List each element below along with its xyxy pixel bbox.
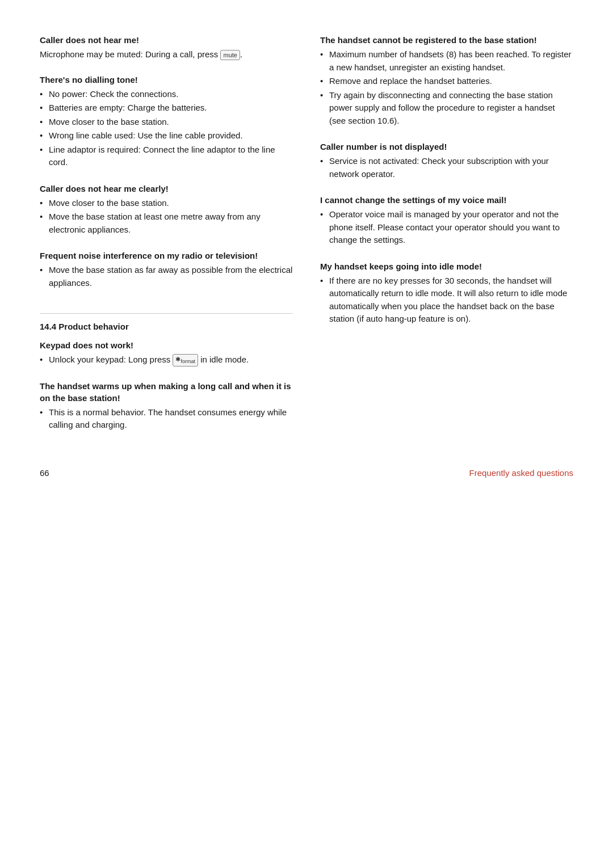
bullet-list-handset-warms-up: This is a normal behavior. The handset c…	[40, 406, 293, 432]
section-title-cannot-change-voicemail: I cannot change the settings of my voice…	[320, 194, 573, 206]
keypad-text-after: in idle mode.	[198, 355, 249, 364]
bullet-list-cannot-change-voicemail: Operator voice mail is managed by your o…	[320, 208, 573, 247]
right-column: The handset cannot be registered to the …	[320, 34, 573, 445]
bullet-list-caller-not-clearly: Move closer to the base station. Move th…	[40, 197, 293, 237]
bullet-list-noise-interference: Move the base station as far away as pos…	[40, 264, 293, 289]
section-title-handset-not-registered: The handset cannot be registered to the …	[320, 34, 573, 46]
section-noise-interference: Frequent noise interference on my radio …	[40, 250, 293, 290]
section-keypad-not-work: Keypad does not work! Unlock your keypad…	[40, 339, 293, 368]
list-item: If there are no key presses for 30 secon…	[320, 275, 573, 326]
mute-key-badge: mute	[220, 50, 240, 61]
list-item: Move closer to the base station.	[40, 116, 293, 129]
section-title-caller-no-hear: Caller does not hear me!	[40, 34, 293, 46]
section-handset-warms-up: The handset warms up when making a long …	[40, 380, 293, 433]
list-item: Move the base station at least one metre…	[40, 210, 293, 236]
section-title-caller-number-not-displayed: Caller number is not displayed!	[320, 141, 573, 153]
list-item: Unlock your keypad: Long press ✱format i…	[40, 353, 293, 366]
section-title-noise-interference: Frequent noise interference on my radio …	[40, 250, 293, 262]
section-caller-number-not-displayed: Caller number is not displayed! Service …	[320, 141, 573, 182]
bullet-list-keypad-not-work: Unlock your keypad: Long press ✱format i…	[40, 353, 293, 366]
list-item: Move the base station as far away as pos…	[40, 264, 293, 289]
section-divider	[40, 313, 293, 314]
format-key-badge: ✱format	[173, 354, 198, 366]
page-footer: 66 Frequently asked questions	[40, 468, 573, 478]
keypad-text-before: Unlock your keypad: Long press	[49, 355, 173, 364]
bullet-list-caller-number-not-displayed: Service is not activated: Check your sub…	[320, 155, 573, 180]
body-text: Microphone may be muted: During a call, …	[40, 49, 220, 59]
list-item: Move closer to the base station.	[40, 197, 293, 210]
section-title-handset-idle-mode: My handset keeps going into idle mode!	[320, 260, 573, 272]
section-no-dialling-tone: There's no dialling tone! No power: Chec…	[40, 74, 293, 170]
bullet-list-handset-not-registered: Maximum number of handsets (8) has been …	[320, 48, 573, 127]
list-item: Remove and replace the handset batteries…	[320, 75, 573, 88]
section-title-no-dialling-tone: There's no dialling tone!	[40, 74, 293, 86]
section-handset-idle-mode: My handset keeps going into idle mode! I…	[320, 260, 573, 327]
section-handset-not-registered: The handset cannot be registered to the …	[320, 34, 573, 128]
bullet-list-handset-idle-mode: If there are no key presses for 30 secon…	[320, 275, 573, 326]
two-column-layout: Caller does not hear me! Microphone may …	[40, 34, 573, 445]
list-item: Line adaptor is required: Connect the li…	[40, 144, 293, 169]
body-text-end: .	[240, 49, 242, 59]
list-item: Wrong line cable used: Use the line cabl…	[40, 129, 293, 142]
list-item: Operator voice mail is managed by your o…	[320, 208, 573, 247]
section-body-caller-no-hear: Microphone may be muted: During a call, …	[40, 48, 293, 61]
page-number: 66	[40, 468, 49, 478]
list-item: Batteries are empty: Charge the batterie…	[40, 102, 293, 115]
section-title-caller-not-clearly: Caller does not hear me clearly!	[40, 183, 293, 195]
section-caller-not-clearly: Caller does not hear me clearly! Move cl…	[40, 183, 293, 238]
list-item: No power: Check the connections.	[40, 88, 293, 101]
page-layout: Caller does not hear me! Microphone may …	[40, 34, 573, 478]
section-number-product-behavior: 14.4 Product behavior	[40, 322, 293, 331]
list-item: Service is not activated: Check your sub…	[320, 155, 573, 180]
section-title-keypad-not-work: Keypad does not work!	[40, 339, 293, 351]
section-cannot-change-voicemail: I cannot change the settings of my voice…	[320, 194, 573, 248]
list-item: This is a normal behavior. The handset c…	[40, 406, 293, 432]
footer-label: Frequently asked questions	[469, 468, 573, 478]
section-title-handset-warms-up: The handset warms up when making a long …	[40, 380, 293, 404]
section-caller-no-hear: Caller does not hear me! Microphone may …	[40, 34, 293, 61]
list-item: Maximum number of handsets (8) has been …	[320, 48, 573, 74]
left-column: Caller does not hear me! Microphone may …	[40, 34, 293, 445]
bullet-list-no-dialling-tone: No power: Check the connections. Batteri…	[40, 88, 293, 169]
list-item: Try again by disconnecting and connectin…	[320, 89, 573, 128]
